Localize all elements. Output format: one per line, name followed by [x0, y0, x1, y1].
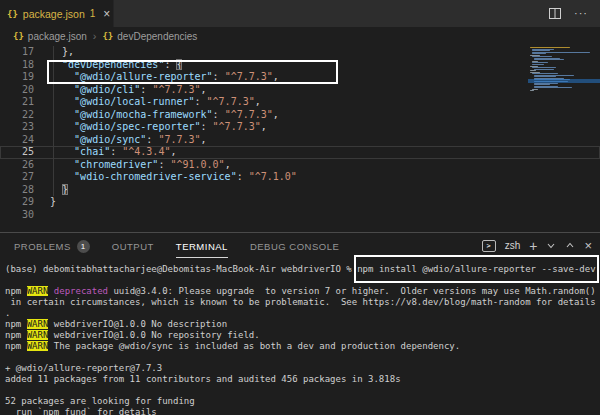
breadcrumb: {}package.json›{}devDependencies: [0, 27, 600, 45]
terminal-line: npm WARN webdriverIO@1.0.0 No descriptio…: [5, 319, 600, 330]
panel-tab-output[interactable]: OUTPUT: [112, 233, 154, 258]
terminal-line: .: [5, 308, 600, 319]
minimap-current-line-band: [528, 79, 600, 83]
minimap-rows: [528, 47, 600, 91]
tab-problems-badge: 1: [90, 8, 96, 19]
terminal-line: added 11 packages from 11 contributors a…: [5, 374, 600, 385]
terminal-line: npm WARN deprecated uuid@3.4.0: Please u…: [5, 286, 600, 297]
line-number: 26: [0, 159, 34, 172]
split-editor-icon[interactable]: [549, 8, 561, 19]
code-text: "chromedriver": "^91.0.0",: [34, 159, 231, 172]
code-text: "@wdio/spec-reporter": "^7.7.3",: [34, 121, 267, 134]
line-number: 29: [0, 196, 34, 209]
tab-title: package.json: [23, 8, 85, 20]
code-text: }: [34, 184, 68, 197]
more-actions-icon[interactable]: ···: [574, 8, 588, 19]
breadcrumb-separator-icon: ›: [93, 30, 97, 42]
code-line-30[interactable]: 30: [0, 209, 600, 222]
code-text: "@wdio/mocha-framework": "^7.7.3",: [34, 109, 279, 122]
code-text: "chai": "^4.3.4",: [34, 146, 176, 159]
code-line-27[interactable]: 27 "wdio-chromedriver-service": "^7.1.0": [0, 171, 600, 184]
tab-package-json[interactable]: {} package.json 1 ×: [0, 0, 114, 27]
line-number: 30: [0, 209, 34, 222]
close-panel-icon[interactable]: ×: [584, 239, 592, 252]
code-text: "@wdio/local-runner": "^7.7.3",: [34, 96, 261, 109]
highlight-box-allure-reporter-line: [47, 60, 338, 84]
code-text: "wdio-chromedriver-service": "^7.1.0": [34, 171, 297, 184]
json-icon: {}: [13, 31, 24, 41]
editor-tab-bar: {} package.json 1 × ···: [0, 0, 600, 27]
line-number: 25: [0, 146, 34, 159]
code-line-22[interactable]: 22 "@wdio/mocha-framework": "^7.7.3",: [0, 109, 600, 122]
terminal-line: [5, 352, 600, 363]
code-text: }: [34, 196, 56, 209]
minimap[interactable]: [528, 45, 600, 232]
terminal-line: in certain circumstances, which is known…: [5, 297, 600, 308]
code-text: "@wdio/cli": "^7.7.3",: [34, 84, 207, 97]
code-line-24[interactable]: 24 "@wdio/sync": "7.7.3",: [0, 134, 600, 147]
terminal-line: [5, 385, 600, 396]
line-number: 17: [0, 46, 34, 59]
highlight-box-npm-install-command: [354, 255, 599, 283]
line-number: 19: [0, 71, 34, 84]
breadcrumb-item-devdependencies[interactable]: {}devDependencies: [102, 31, 197, 42]
maximize-panel-icon[interactable]: [565, 241, 575, 250]
code-line-25[interactable]: 25 "chai": "^4.3.4",: [0, 146, 600, 159]
code-text: [34, 209, 50, 222]
panel-tab-label: OUTPUT: [112, 241, 154, 252]
terminal-controls: > zsh + ×: [482, 239, 592, 253]
new-terminal-icon[interactable]: +: [529, 239, 537, 253]
panel-tab-label: PROBLEMS: [14, 241, 71, 252]
editor: 17 },18 "devDependencies": {19 "@wdio/al…: [0, 45, 600, 232]
terminal-dropdown-icon[interactable]: [546, 241, 556, 250]
line-number: 28: [0, 184, 34, 197]
panel-tab-terminal[interactable]: TERMINAL: [176, 233, 228, 258]
code-line-20[interactable]: 20 "@wdio/cli": "^7.7.3",: [0, 84, 600, 97]
panel-tab-label: DEBUG CONSOLE: [250, 241, 339, 252]
terminal-line: 52 packages are looking for funding: [5, 396, 600, 407]
code-line-28[interactable]: 28 }: [0, 184, 600, 197]
code-line-23[interactable]: 23 "@wdio/spec-reporter": "^7.7.3",: [0, 121, 600, 134]
code-line-17[interactable]: 17 },: [0, 46, 600, 59]
terminal-shell-icon: >: [482, 240, 496, 252]
terminal-line: + @wdio/allure-reporter@7.7.3: [5, 363, 600, 374]
line-number: 27: [0, 171, 34, 184]
json-file-icon: {}: [7, 9, 18, 19]
code-line-21[interactable]: 21 "@wdio/local-runner": "^7.7.3",: [0, 96, 600, 109]
breadcrumb-item-package.json[interactable]: {}package.json: [13, 31, 87, 42]
panel-tabs: PROBLEMS1OUTPUTTERMINALDEBUG CONSOLE: [14, 233, 339, 258]
panel-tab-problems[interactable]: PROBLEMS1: [14, 233, 90, 258]
code-line-26[interactable]: 26 "chromedriver": "^91.0.0",: [0, 159, 600, 172]
terminal-shell-label[interactable]: zsh: [505, 240, 521, 251]
code-text: },: [34, 46, 74, 59]
panel-tab-label: TERMINAL: [176, 241, 228, 252]
line-number: 21: [0, 96, 34, 109]
breadcrumb-label: devDependencies: [117, 31, 197, 42]
line-number: 24: [0, 134, 34, 147]
code-line-29[interactable]: 29}: [0, 196, 600, 209]
problems-count-badge: 1: [77, 240, 90, 253]
vscode-window: {} package.json 1 × ··· {}package.json›{…: [0, 0, 600, 415]
terminal-line: npm WARN webdriverIO@1.0.0 No repository…: [5, 330, 600, 341]
line-number: 23: [0, 121, 34, 134]
close-tab-icon[interactable]: ×: [103, 8, 110, 20]
terminal-line: npm WARN The package @wdio/sync is inclu…: [5, 341, 600, 352]
line-number: 20: [0, 84, 34, 97]
code-text: "@wdio/sync": "7.7.3",: [34, 134, 207, 147]
breadcrumb-label: package.json: [28, 31, 87, 42]
line-number: 22: [0, 109, 34, 122]
line-number: 18: [0, 59, 34, 72]
json-icon: {}: [102, 31, 113, 41]
panel-tab-debug-console[interactable]: DEBUG CONSOLE: [250, 233, 339, 258]
terminal-line: run `npm fund` for details: [5, 407, 600, 415]
